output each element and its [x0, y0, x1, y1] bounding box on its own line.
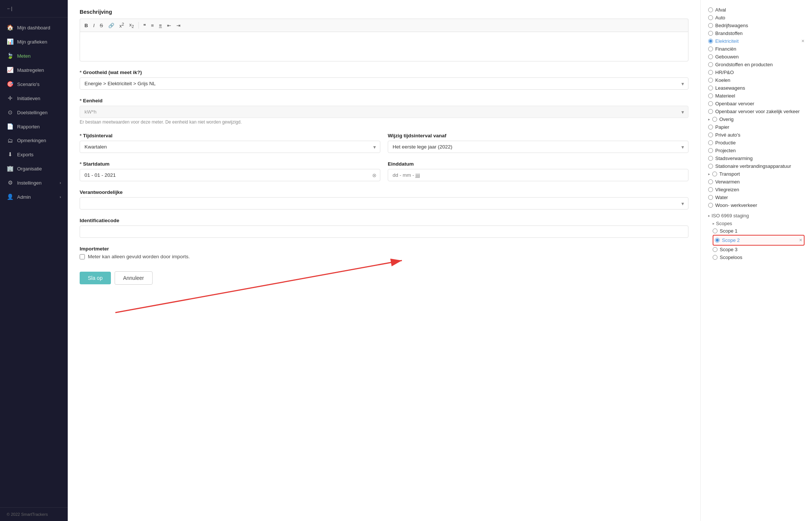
- stadsverwarming-label: Stadsverwarming: [715, 156, 805, 161]
- financien-label: Financiën: [715, 46, 805, 52]
- stadsverwarming-radio[interactable]: [708, 156, 713, 161]
- rte-outdent-btn[interactable]: ⇤: [165, 21, 173, 30]
- datum-row: Startdatum 01 - 01 - 2021 ⊗ Einddatum: [80, 161, 688, 181]
- sidebar-item-exports[interactable]: ⬇ Exports: [0, 147, 68, 162]
- sidebar-item-grafieken[interactable]: 📊 Mijn grafieken: [0, 35, 68, 49]
- openbaar-label: Openbaar vervoer: [715, 101, 805, 106]
- water-radio[interactable]: [708, 195, 713, 200]
- importmeter-checkbox-row: Meter kan alleen gevuld worden door impo…: [80, 254, 688, 259]
- eenheid-label: Eenheid: [80, 98, 688, 103]
- financien-radio[interactable]: [708, 47, 713, 51]
- openbaar-zakelijk-radio[interactable]: [708, 109, 713, 114]
- rte-ol-btn[interactable]: ≡: [157, 21, 164, 30]
- list-item: ▸ Transport: [708, 170, 805, 178]
- form-btn-row: Sla op Annuleer: [80, 271, 688, 285]
- rte-strikethrough-btn[interactable]: S: [97, 21, 105, 30]
- sidebar-item-initiatieven[interactable]: ✛ Initiatieven: [0, 91, 68, 105]
- scopeloos-radio[interactable]: [713, 255, 717, 260]
- overig-expand-icon[interactable]: ▸: [708, 117, 710, 121]
- sidebar-item-doelstellingen[interactable]: ⊙ Doelstellingen: [0, 105, 68, 119]
- list-item: Water: [708, 194, 805, 201]
- wijzig-select[interactable]: Het eerste lege jaar (2022): [388, 141, 688, 153]
- save-button[interactable]: Sla op: [80, 272, 111, 284]
- rte-indent-btn[interactable]: ⇥: [174, 21, 183, 30]
- eenheid-select[interactable]: kW*h: [80, 106, 688, 118]
- papier-label: Papier: [715, 124, 805, 130]
- grondstoffen-radio[interactable]: [708, 62, 713, 67]
- verwarmen-label: Verwarmen: [715, 179, 805, 185]
- gebouwen-radio[interactable]: [708, 54, 713, 59]
- woon-werk-radio[interactable]: [708, 203, 713, 208]
- materieel-label: Materieel: [715, 93, 805, 99]
- sidebar-item-organisatie[interactable]: 🏢 Organisatie: [0, 162, 68, 176]
- koelen-radio[interactable]: [708, 78, 713, 83]
- grootheid-select[interactable]: Energie > Elektriciteit > Grijs NL: [80, 77, 688, 90]
- openbaar-zakelijk-label: Openbaar vervoer voor zakelijk verkeer: [715, 109, 805, 114]
- einddatum-input[interactable]: [388, 169, 688, 181]
- rte-italic-btn[interactable]: I: [91, 21, 97, 30]
- einddatum-wrap: [388, 169, 688, 181]
- sidebar-item-admin[interactable]: 👤 Admin ›: [0, 190, 68, 204]
- rte-bold-btn[interactable]: B: [82, 21, 90, 30]
- rte-subscript-btn[interactable]: x2: [127, 20, 136, 30]
- scope1-radio[interactable]: [713, 228, 717, 233]
- identificatiecode-input[interactable]: [80, 226, 688, 238]
- elektriciteit-radio[interactable]: [708, 39, 713, 44]
- openbaar-radio[interactable]: [708, 101, 713, 106]
- rte-blockquote-btn[interactable]: ❝: [141, 21, 148, 30]
- startdatum-input[interactable]: 01 - 01 - 2021: [80, 169, 380, 181]
- cancel-button[interactable]: Annuleer: [115, 271, 153, 285]
- papier-radio[interactable]: [708, 125, 713, 130]
- scopes-expand-icon[interactable]: ▸: [713, 221, 715, 226]
- sidebar-item-meten[interactable]: 🍃 Meten: [0, 49, 68, 63]
- scope2-remove-btn[interactable]: ✕: [799, 238, 802, 243]
- leasewagens-radio[interactable]: [708, 86, 713, 90]
- afval-radio[interactable]: [708, 7, 713, 12]
- sidebar-item-maatregelen[interactable]: 📈 Maatregelen: [0, 63, 68, 77]
- iso-expand-icon[interactable]: ▸: [708, 214, 710, 218]
- transport-expand-icon[interactable]: ▸: [708, 172, 710, 176]
- sidebar-item-label: Rapporten: [17, 124, 40, 130]
- plus-icon: ✛: [7, 95, 13, 102]
- identificatiecode-label: Identificatiecode: [80, 218, 688, 223]
- circle-icon: ⊙: [7, 109, 13, 116]
- leasewagens-label: Leasewagens: [715, 85, 805, 91]
- auto-radio[interactable]: [708, 15, 713, 20]
- rte-link-btn[interactable]: 🔗: [106, 21, 116, 30]
- tijdsinterval-select[interactable]: Kwartalen: [80, 141, 380, 153]
- beschrijving-label: Beschrijving: [80, 9, 688, 15]
- rte-ul-btn[interactable]: ≡: [149, 21, 156, 30]
- verwarmen-radio[interactable]: [708, 179, 713, 184]
- prive-autos-radio[interactable]: [708, 132, 713, 137]
- startdatum-clear-btn[interactable]: ⊗: [372, 172, 377, 178]
- transport-radio[interactable]: [712, 172, 717, 176]
- chart-icon: 📊: [7, 38, 13, 45]
- sidebar-item-rapporten[interactable]: 📄 Rapporten: [0, 119, 68, 134]
- eenheid-select-wrap: kW*h: [80, 106, 688, 118]
- scope2-label: Scope 2: [722, 237, 795, 243]
- verantwoordelijke-select[interactable]: [80, 197, 688, 210]
- list-item: ▸ Overig: [708, 115, 805, 123]
- rte-superscript-btn[interactable]: x2: [117, 20, 127, 30]
- sidebar-item-instellingen[interactable]: ⚙ Instellingen ›: [0, 176, 68, 190]
- sidebar-item-scenarios[interactable]: 🎯 Scenario's: [0, 77, 68, 91]
- wijzig-label: Wijzig tijdsinterval vanaf: [388, 133, 688, 138]
- brandstoffen-radio[interactable]: [708, 31, 713, 36]
- productie-radio[interactable]: [708, 140, 713, 145]
- importmeter-checkbox-label[interactable]: Meter kan alleen gevuld worden door impo…: [88, 254, 190, 259]
- bedrijfswagens-radio[interactable]: [708, 23, 713, 28]
- sidebar-item-dashboard[interactable]: 🏠 Mijn dashboard: [0, 20, 68, 35]
- scope2-radio[interactable]: [715, 238, 720, 243]
- vliegreizen-radio[interactable]: [708, 187, 713, 192]
- scope3-radio[interactable]: [713, 247, 717, 252]
- rte-content-area[interactable]: [80, 32, 688, 61]
- overig-radio[interactable]: [712, 117, 717, 122]
- projecten-radio[interactable]: [708, 148, 713, 153]
- hrp-radio[interactable]: [708, 70, 713, 75]
- importmeter-checkbox[interactable]: [80, 254, 85, 259]
- materieel-radio[interactable]: [708, 93, 713, 98]
- stationaire-radio[interactable]: [708, 164, 713, 169]
- sidebar-item-opmerkingen[interactable]: 🗂 Opmerkingen: [0, 134, 68, 147]
- elektriciteit-remove-btn[interactable]: ✕: [801, 39, 805, 44]
- right-panel: Afval Auto Bedrijfswagens Brandstoffen E…: [700, 0, 812, 521]
